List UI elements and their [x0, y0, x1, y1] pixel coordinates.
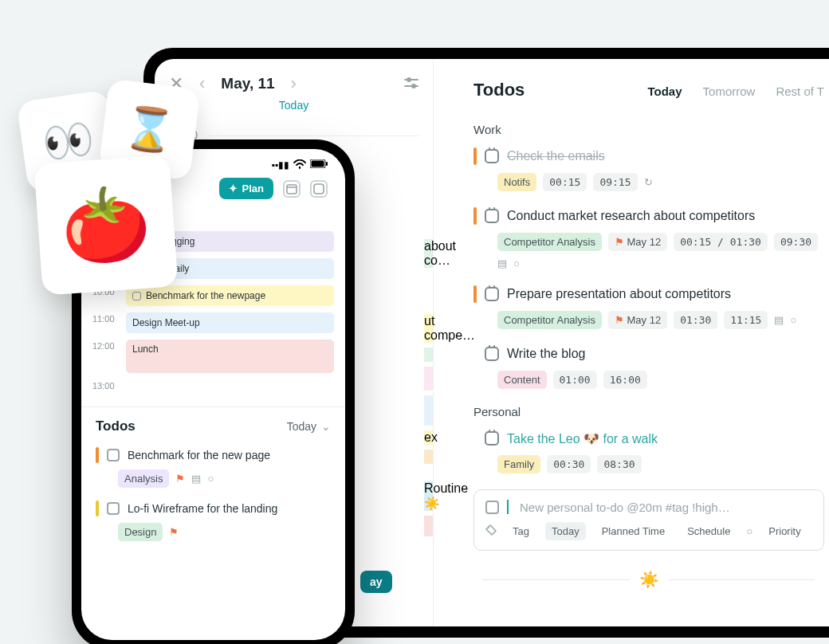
event-design-meetup[interactable]: Design Meet-up: [126, 312, 334, 333]
checkbox[interactable]: [107, 449, 120, 461]
priority-indicator: [96, 501, 99, 516]
tag-chip[interactable]: Family: [497, 455, 540, 473]
todo-item[interactable]: Conduct market research about competitor…: [473, 207, 824, 269]
date-selector[interactable]: Today ⌄: [287, 420, 331, 433]
note-icon[interactable]: ▤: [774, 314, 784, 326]
event-benchmark[interactable]: Benchmark for the newpage: [126, 285, 334, 306]
todo-item[interactable]: Prepare presentation about competitors C…: [473, 285, 824, 329]
tag-chip[interactable]: Notifs: [497, 173, 536, 191]
opt-planned-time[interactable]: Planned Time: [595, 522, 672, 540]
phone-todos-section: Todos Today ⌄ Benchmark for the new page…: [81, 406, 345, 552]
priority-indicator: [96, 447, 99, 463]
battery-icon: [310, 159, 328, 171]
todo-title: Prepare presentation about competitors: [507, 287, 731, 301]
todo-item[interactable]: Write the blog Content 01:00 16:00: [473, 345, 824, 389]
time-chip: 16:00: [603, 371, 647, 389]
priority-indicator: [473, 147, 477, 165]
date-title: May, 11: [221, 75, 274, 92]
todo-title: Benchmark for the new page: [128, 449, 270, 461]
duration-chip: 00:15: [543, 173, 587, 191]
today-link[interactable]: Today: [169, 99, 418, 112]
new-todo-composer[interactable]: New personal to-do @20m #tag !high… Tag …: [473, 489, 824, 551]
circle-icon[interactable]: ○: [207, 473, 214, 485]
emoji-card-tomato: 🍅: [33, 155, 178, 295]
hour-label: 11:00: [92, 312, 118, 324]
tab-tomorrow[interactable]: Tomorrow: [703, 84, 756, 98]
todo-title: Take the Leo 🐶 for a walk: [507, 431, 658, 446]
todo-title: Lo-fi Wireframe for the landing: [128, 502, 277, 515]
todo-item[interactable]: Benchmark for the new page Analysis ⚑ ▤ …: [96, 447, 331, 488]
event-bar[interactable]: about co…: [424, 239, 433, 268]
event-bar[interactable]: [424, 367, 433, 391]
hour-label: 13:00: [92, 379, 118, 391]
duration-chip: 01:30: [674, 311, 717, 329]
settings-icon[interactable]: [404, 76, 418, 92]
svg-rect-11: [314, 184, 324, 194]
opt-priority[interactable]: Priority: [762, 522, 807, 540]
tag-icon: [485, 524, 497, 538]
chevron-down-icon: ⌄: [321, 420, 331, 433]
todo-item[interactable]: Take the Leo 🐶 for a walk Family 00:30 0…: [473, 430, 824, 473]
tab-today[interactable]: Today: [647, 84, 682, 98]
event-bar[interactable]: [424, 348, 433, 362]
time-chip: 08:30: [597, 455, 641, 473]
tag-chip[interactable]: Competitor Analysis: [497, 311, 602, 329]
flag-icon[interactable]: ⚑: [175, 473, 185, 485]
checkbox-small[interactable]: [132, 292, 141, 300]
tag-chip[interactable]: Analysis: [118, 469, 169, 488]
opt-today[interactable]: Today: [545, 522, 586, 540]
time-chip: 09:30: [774, 233, 818, 251]
duration-chip: 00:30: [547, 455, 591, 473]
flag-icon[interactable]: ⚑: [169, 526, 179, 538]
tab-rest[interactable]: Rest of T: [776, 84, 824, 98]
circle-icon[interactable]: ○: [513, 257, 520, 269]
event-bar[interactable]: ut compe…: [424, 314, 433, 343]
todo-title: Conduct market research about competitor…: [507, 209, 755, 223]
event-bar[interactable]: ex: [424, 430, 433, 445]
svg-rect-7: [312, 161, 324, 167]
flag-chip[interactable]: ⚑ May 12: [608, 233, 667, 251]
checkbox[interactable]: [485, 501, 499, 514]
sunset-separator: ☀️: [473, 570, 824, 589]
event-lunch[interactable]: Lunch: [126, 340, 334, 373]
today-pill[interactable]: ay: [360, 571, 392, 593]
time-chip: 11:15: [724, 311, 768, 329]
opt-schedule[interactable]: Schedule: [681, 522, 737, 540]
event-bar[interactable]: Routine ☀️: [424, 481, 433, 511]
todo-title: Write the blog: [507, 347, 585, 361]
calendar-button[interactable]: [283, 180, 301, 198]
page-title: Todos: [473, 80, 525, 100]
calendar-icon: [485, 149, 499, 163]
section-heading-personal: Personal: [473, 405, 824, 418]
circle-icon[interactable]: ○: [790, 314, 796, 326]
repeat-icon: ↻: [644, 176, 653, 188]
tag-chip[interactable]: Content: [497, 371, 547, 389]
chevron-left-icon[interactable]: ‹: [199, 73, 205, 94]
date-tabs: Today Tomorrow Rest of T: [647, 84, 824, 98]
event-bar[interactable]: [424, 450, 433, 464]
time-chip: 09:15: [593, 173, 637, 191]
sparkle-icon: ✦: [229, 183, 238, 194]
signal-icon: ▪▪▮▮: [271, 159, 289, 171]
note-icon[interactable]: ▤: [191, 473, 201, 485]
priority-indicator: [473, 207, 477, 225]
chevron-right-icon[interactable]: ›: [291, 73, 297, 94]
checkbox[interactable]: [107, 502, 120, 515]
todo-item[interactable]: Lo-fi Wireframe for the landing Design ⚑: [96, 501, 331, 541]
new-todo-placeholder: New personal to-do @20m #tag !high…: [520, 501, 730, 514]
plan-button[interactable]: ✦ Plan: [219, 178, 273, 199]
note-icon[interactable]: ▤: [497, 257, 507, 269]
opt-tag[interactable]: Tag: [506, 522, 536, 540]
event-bar[interactable]: [424, 516, 433, 536]
todos-heading: Todos Today ⌄: [96, 418, 331, 434]
tag-chip[interactable]: Design: [118, 523, 163, 541]
todo-item[interactable]: Check the emails Notifs 00:15 09:15 ↻: [473, 147, 824, 191]
calendar-icon: [485, 209, 499, 223]
tag-chip[interactable]: Competitor Analysis: [497, 233, 602, 251]
event-bar[interactable]: [424, 395, 433, 426]
list-button[interactable]: [310, 180, 328, 198]
flag-chip[interactable]: ⚑ May 12: [608, 311, 667, 329]
priority-indicator: [473, 430, 477, 447]
flag-icon: ⚑: [615, 314, 624, 326]
svg-point-4: [488, 527, 489, 528]
